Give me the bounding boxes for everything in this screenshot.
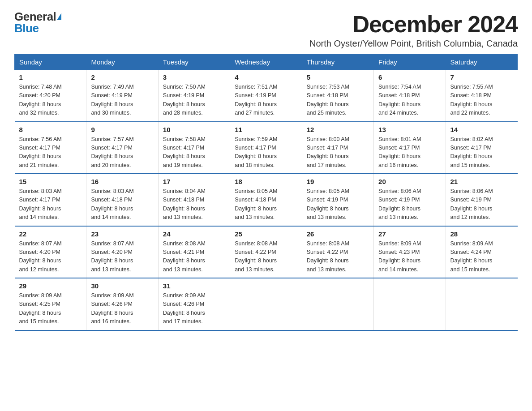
day-info: Sunrise: 8:03 AMSunset: 4:18 PMDaylight:… (91, 187, 153, 222)
page-header: General Blue December 2024 North Oyster/… (14, 11, 518, 49)
day-number: 1 (19, 73, 82, 81)
calendar-day-cell: 1Sunrise: 7:48 AMSunset: 4:20 PMDaylight… (15, 70, 86, 122)
day-info: Sunrise: 7:57 AMSunset: 4:17 PMDaylight:… (91, 135, 153, 170)
calendar-day-cell: 24Sunrise: 8:08 AMSunset: 4:21 PMDayligh… (158, 226, 230, 278)
day-number: 31 (163, 282, 225, 290)
calendar-table: SundayMondayTuesdayWednesdayThursdayFrid… (14, 54, 518, 331)
day-info: Sunrise: 7:51 AMSunset: 4:19 PMDaylight:… (235, 83, 297, 118)
day-info: Sunrise: 8:02 AMSunset: 4:17 PMDaylight:… (450, 135, 513, 170)
day-number: 27 (378, 230, 441, 238)
day-number: 3 (163, 73, 225, 81)
calendar-week-row: 22Sunrise: 8:07 AMSunset: 4:20 PMDayligh… (15, 226, 518, 278)
logo: General Blue (14, 11, 61, 34)
day-number: 8 (19, 126, 82, 133)
empty-cell (446, 278, 517, 330)
calendar-day-cell: 2Sunrise: 7:49 AMSunset: 4:19 PMDaylight… (86, 70, 158, 122)
day-number: 30 (91, 282, 153, 290)
day-info: Sunrise: 7:55 AMSunset: 4:18 PMDaylight:… (450, 83, 513, 118)
day-info: Sunrise: 7:59 AMSunset: 4:17 PMDaylight:… (235, 135, 297, 170)
calendar-day-cell: 25Sunrise: 8:08 AMSunset: 4:22 PMDayligh… (230, 226, 302, 278)
day-number: 16 (91, 178, 153, 185)
day-number: 21 (450, 178, 513, 185)
calendar-day-cell: 26Sunrise: 8:08 AMSunset: 4:22 PMDayligh… (302, 226, 373, 278)
calendar-day-cell: 29Sunrise: 8:09 AMSunset: 4:25 PMDayligh… (15, 278, 86, 330)
day-info: Sunrise: 8:06 AMSunset: 4:19 PMDaylight:… (378, 187, 441, 222)
day-number: 20 (378, 178, 441, 185)
day-info: Sunrise: 8:09 AMSunset: 4:24 PMDaylight:… (450, 240, 513, 274)
calendar-day-cell: 8Sunrise: 7:56 AMSunset: 4:17 PMDaylight… (15, 122, 86, 174)
calendar-day-cell: 28Sunrise: 8:09 AMSunset: 4:24 PMDayligh… (446, 226, 517, 278)
calendar-week-row: 15Sunrise: 8:03 AMSunset: 4:17 PMDayligh… (15, 174, 518, 226)
day-info: Sunrise: 8:05 AMSunset: 4:19 PMDaylight:… (307, 187, 369, 222)
location-subtitle: North Oyster/Yellow Point, British Colum… (309, 39, 518, 49)
day-number: 23 (91, 230, 153, 238)
day-number: 24 (163, 230, 225, 238)
calendar-day-cell: 3Sunrise: 7:50 AMSunset: 4:19 PMDaylight… (158, 70, 230, 122)
calendar-day-cell: 23Sunrise: 8:07 AMSunset: 4:20 PMDayligh… (86, 226, 158, 278)
calendar-day-cell: 19Sunrise: 8:05 AMSunset: 4:19 PMDayligh… (302, 174, 373, 226)
day-number: 10 (163, 126, 225, 133)
day-info: Sunrise: 8:06 AMSunset: 4:19 PMDaylight:… (450, 187, 513, 222)
day-number: 26 (307, 230, 369, 238)
calendar-day-cell: 15Sunrise: 8:03 AMSunset: 4:17 PMDayligh… (15, 174, 86, 226)
calendar-day-cell: 17Sunrise: 8:04 AMSunset: 4:18 PMDayligh… (158, 174, 230, 226)
day-info: Sunrise: 8:07 AMSunset: 4:20 PMDaylight:… (19, 240, 82, 274)
day-info: Sunrise: 8:03 AMSunset: 4:17 PMDaylight:… (19, 187, 82, 222)
calendar-day-cell: 10Sunrise: 7:58 AMSunset: 4:17 PMDayligh… (158, 122, 230, 174)
day-info: Sunrise: 8:08 AMSunset: 4:22 PMDaylight:… (307, 240, 369, 274)
day-number: 28 (450, 230, 513, 238)
day-number: 19 (307, 178, 369, 185)
title-block: December 2024 North Oyster/Yellow Point,… (309, 11, 518, 49)
day-info: Sunrise: 7:58 AMSunset: 4:17 PMDaylight:… (163, 135, 225, 170)
day-number: 25 (235, 230, 297, 238)
day-number: 14 (450, 126, 513, 133)
empty-cell (302, 278, 373, 330)
day-info: Sunrise: 8:09 AMSunset: 4:23 PMDaylight:… (378, 240, 441, 274)
weekday-header-wednesday: Wednesday (230, 55, 302, 70)
day-number: 15 (19, 178, 82, 185)
day-info: Sunrise: 7:53 AMSunset: 4:18 PMDaylight:… (307, 83, 369, 118)
weekday-header-saturday: Saturday (446, 55, 517, 70)
day-info: Sunrise: 8:09 AMSunset: 4:26 PMDaylight:… (91, 291, 153, 326)
logo-triangle-icon (57, 13, 61, 20)
calendar-day-cell: 9Sunrise: 7:57 AMSunset: 4:17 PMDaylight… (86, 122, 158, 174)
calendar-week-row: 29Sunrise: 8:09 AMSunset: 4:25 PMDayligh… (15, 278, 518, 330)
weekday-header-sunday: Sunday (15, 55, 86, 70)
day-number: 12 (307, 126, 369, 133)
calendar-day-cell: 16Sunrise: 8:03 AMSunset: 4:18 PMDayligh… (86, 174, 158, 226)
calendar-day-cell: 5Sunrise: 7:53 AMSunset: 4:18 PMDaylight… (302, 70, 373, 122)
calendar-day-cell: 30Sunrise: 8:09 AMSunset: 4:26 PMDayligh… (86, 278, 158, 330)
day-number: 2 (91, 73, 153, 81)
day-number: 22 (19, 230, 82, 238)
day-info: Sunrise: 8:00 AMSunset: 4:17 PMDaylight:… (307, 135, 369, 170)
day-number: 9 (91, 126, 153, 133)
calendar-day-cell: 11Sunrise: 7:59 AMSunset: 4:17 PMDayligh… (230, 122, 302, 174)
calendar-day-cell: 13Sunrise: 8:01 AMSunset: 4:17 PMDayligh… (374, 122, 446, 174)
day-number: 18 (235, 178, 297, 185)
calendar-day-cell: 22Sunrise: 8:07 AMSunset: 4:20 PMDayligh… (15, 226, 86, 278)
day-info: Sunrise: 8:09 AMSunset: 4:25 PMDaylight:… (19, 291, 82, 326)
weekday-header-row: SundayMondayTuesdayWednesdayThursdayFrid… (15, 55, 518, 70)
calendar-day-cell: 21Sunrise: 8:06 AMSunset: 4:19 PMDayligh… (446, 174, 517, 226)
empty-cell (374, 278, 446, 330)
day-info: Sunrise: 7:48 AMSunset: 4:20 PMDaylight:… (19, 83, 82, 118)
day-number: 29 (19, 282, 82, 290)
day-number: 6 (378, 73, 441, 81)
day-info: Sunrise: 8:04 AMSunset: 4:18 PMDaylight:… (163, 187, 225, 222)
day-info: Sunrise: 8:05 AMSunset: 4:18 PMDaylight:… (235, 187, 297, 222)
calendar-day-cell: 6Sunrise: 7:54 AMSunset: 4:18 PMDaylight… (374, 70, 446, 122)
calendar-day-cell: 4Sunrise: 7:51 AMSunset: 4:19 PMDaylight… (230, 70, 302, 122)
day-number: 11 (235, 126, 297, 133)
day-info: Sunrise: 8:08 AMSunset: 4:21 PMDaylight:… (163, 240, 225, 274)
day-info: Sunrise: 8:07 AMSunset: 4:20 PMDaylight:… (91, 240, 153, 274)
weekday-header-thursday: Thursday (302, 55, 373, 70)
calendar-day-cell: 27Sunrise: 8:09 AMSunset: 4:23 PMDayligh… (374, 226, 446, 278)
day-number: 4 (235, 73, 297, 81)
month-year-title: December 2024 (309, 11, 518, 38)
day-number: 5 (307, 73, 369, 81)
calendar-day-cell: 18Sunrise: 8:05 AMSunset: 4:18 PMDayligh… (230, 174, 302, 226)
weekday-header-friday: Friday (374, 55, 446, 70)
day-info: Sunrise: 7:50 AMSunset: 4:19 PMDaylight:… (163, 83, 225, 118)
day-number: 17 (163, 178, 225, 185)
calendar-day-cell: 31Sunrise: 8:09 AMSunset: 4:26 PMDayligh… (158, 278, 230, 330)
